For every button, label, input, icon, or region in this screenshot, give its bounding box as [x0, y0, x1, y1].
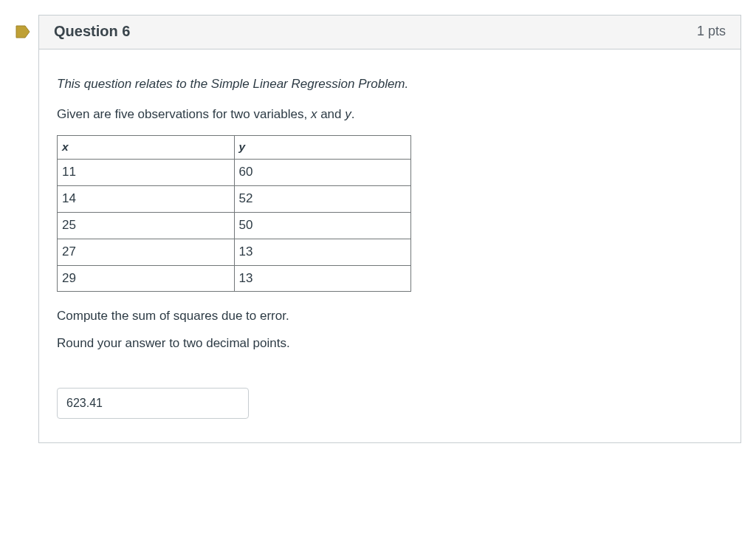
question-title: Question 6 [54, 23, 130, 40]
cell-y: 60 [234, 159, 411, 185]
question-points: 1 pts [697, 24, 726, 39]
cell-x: 14 [58, 185, 235, 212]
table-row: 29 13 [58, 265, 411, 292]
question-card: Question 6 1 pts This question relates t… [38, 15, 741, 443]
table-row: 25 50 [58, 212, 411, 239]
compute-instruction: Compute the sum of squares due to error. [57, 308, 723, 325]
table-row: 11 60 [58, 159, 411, 185]
table-row: 14 52 [58, 185, 411, 212]
cell-x: 27 [58, 239, 235, 265]
answer-input[interactable] [57, 388, 249, 419]
col-header-x: x [58, 135, 235, 159]
col-header-y: y [234, 135, 411, 159]
question-marker-icon [15, 24, 31, 40]
given-suffix: . [351, 107, 355, 121]
cell-x: 11 [58, 159, 235, 185]
table-header-row: x y [58, 135, 411, 159]
question-given: Given are five observations for two vari… [57, 106, 723, 123]
cell-y: 13 [234, 265, 411, 292]
question-header: Question 6 1 pts [39, 16, 740, 49]
given-prefix: Given are five observations for two vari… [57, 107, 311, 121]
question-intro: This question relates to the Simple Line… [57, 76, 723, 93]
cell-x: 29 [58, 265, 235, 292]
given-var-y: y [345, 107, 351, 121]
table-row: 27 13 [58, 239, 411, 265]
svg-marker-0 [16, 26, 30, 38]
given-and: and [317, 107, 345, 121]
cell-x: 25 [58, 212, 235, 239]
cell-y: 50 [234, 212, 411, 239]
data-table: x y 11 60 14 52 25 50 [57, 135, 411, 292]
cell-y: 52 [234, 185, 411, 212]
round-instruction: Round your answer to two decimal points. [57, 335, 723, 352]
cell-y: 13 [234, 239, 411, 265]
question-body: This question relates to the Simple Line… [39, 49, 740, 442]
